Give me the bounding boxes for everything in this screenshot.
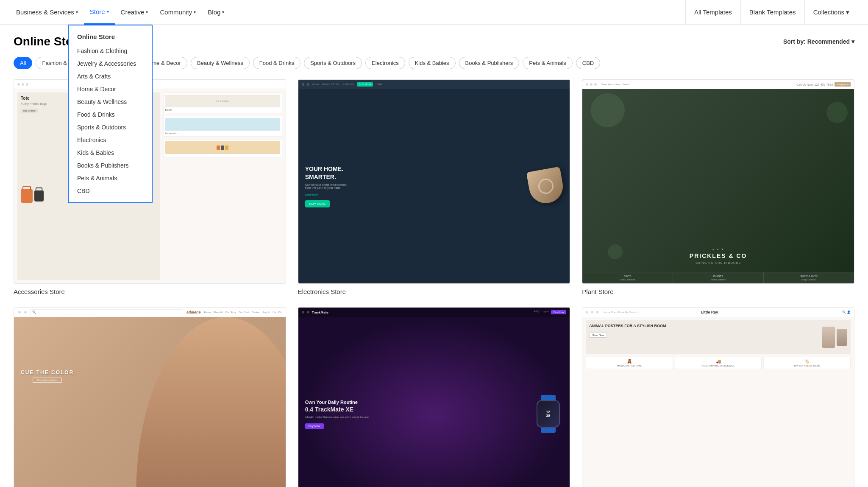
chevron-down-icon: ▾: [222, 10, 224, 14]
circle-2: [826, 102, 848, 123]
nav-left-items: Business & Services ▾ Store ▾ Creative ▾…: [10, 0, 230, 25]
dot-1: [18, 311, 21, 313]
nav-login: Log In: [263, 311, 270, 313]
dropdown-item-books[interactable]: Books & Publishers: [69, 159, 152, 172]
plant-footer-plants: PLANTS Shop Collection: [673, 272, 764, 283]
plant-brand-name: PRICKLES & CO: [690, 252, 747, 259]
store-dropdown: Online Store Fashion & Clothing Jewelry …: [68, 25, 153, 203]
dot-1: [17, 83, 20, 86]
template-name-plant: Plant Store: [582, 288, 854, 295]
plant-footer: CACTI Shop Collection PLANTS Shop Collec…: [582, 272, 854, 283]
plant-decorative-circles: [582, 89, 854, 272]
nav-business-services[interactable]: Business & Services ▾: [10, 0, 84, 25]
product-mini-img-3: [165, 141, 280, 154]
nav-collections[interactable]: Collections ▾: [804, 0, 858, 25]
filter-tab-all[interactable]: All: [14, 57, 32, 69]
dropdown-item-pets[interactable]: Pets & Animals: [69, 172, 152, 185]
template-card-electronics[interactable]: HOME NEWSLETTER SUPPORT BUY NOW CART YOU…: [298, 79, 570, 295]
template-thumb-plant: Shop About Nav1 Contact Call Us Now! 123…: [582, 79, 854, 284]
adalene-nav: Home Shop All Our Story Our Craft Contac…: [204, 311, 281, 313]
template-name-accessories-1: Accessories Store: [14, 288, 286, 295]
baby-feature-3: 🏷️ 15% OFF ON ALL ITEMS: [763, 357, 851, 369]
product-mini-2: I'm a product: [163, 116, 282, 137]
dot-3: [26, 83, 28, 86]
baby-features: 🧸 HANDCRAFTED TOYS 🚚 FREE SHIPPING WORLD…: [586, 357, 851, 369]
dropdown-item-food[interactable]: Food & Drinks: [69, 108, 152, 121]
speaker-product-image: [526, 167, 566, 206]
filter-tab-books[interactable]: Books & Publishers: [459, 57, 520, 69]
template-thumb-baby: Home Shop About Us Contact Little Ray 🔍 …: [582, 307, 854, 487]
dropdown-item-arts[interactable]: Arts & Crafts: [69, 70, 152, 83]
adalene-search-bar: 🔍: [30, 309, 183, 315]
plant-footer-cacti: CACTI Shop Collection: [582, 272, 673, 283]
template-card-accessories-2[interactable]: 🔍 adalene Home Shop All Our Story Our Cr…: [14, 307, 286, 487]
adalene-hero-content: CUE THE COLOR Shop the collection: [14, 317, 286, 487]
template-card-plant[interactable]: Shop About Nav1 Contact Call Us Now! 123…: [582, 79, 854, 295]
plant-footer-succulents: SUCCULENTS Shop Collection: [764, 272, 854, 283]
baby-feature-2: 🚚 FREE SHIPPING WORLDWIDE: [675, 357, 762, 369]
dropdown-item-cbd[interactable]: CBD: [69, 185, 152, 197]
sort-by-value: Recommended: [807, 38, 850, 45]
filter-tab-sports[interactable]: Sports & Outdoors: [304, 57, 362, 69]
baby-shop-btn: Shop Now: [589, 333, 607, 338]
dot-1: [586, 83, 588, 86]
nav-creative[interactable]: Creative ▾: [115, 0, 154, 25]
dropdown-item-fashion[interactable]: Fashion & Clothing: [69, 45, 152, 57]
filter-tab-beauty[interactable]: Beauty & Wellness: [191, 57, 250, 69]
dot-2: [590, 83, 593, 86]
dropdown-item-electronics[interactable]: Electronics: [69, 134, 152, 146]
dot-1: [586, 311, 588, 313]
adalene-headline: CUE THE COLOR: [21, 369, 74, 375]
nav-blank-templates[interactable]: Blank Templates: [740, 0, 804, 25]
baby-product-img-1: [822, 327, 835, 348]
baby-hero: ANIMAL POSTERS FOR A STYLISH ROOM Shop N…: [586, 320, 851, 354]
chevron-down-icon: ▾: [76, 10, 78, 14]
electronics-content: YOUR HOME.SMARTER. Control your home env…: [298, 89, 570, 283]
watch-band-bottom: [541, 428, 556, 433]
dropdown-item-homedecor[interactable]: Home & Decor: [69, 83, 152, 95]
nav-home: HOME: [312, 83, 320, 86]
adalene-shop-btn: Shop the collection: [33, 378, 62, 383]
template-thumb-trackmate: TrackMate FAQ Log In Buy Now Own Your Da…: [298, 307, 570, 487]
top-sellers-badge: Top Sellers: [21, 109, 38, 113]
plant-nav-call: Call Us Now! 123-456-7890: [796, 83, 833, 86]
sort-by-control[interactable]: Sort by: Recommended ▾: [783, 38, 854, 45]
filter-tab-food[interactable]: Food & Drinks: [253, 57, 300, 69]
discount-icon: 🏷️: [765, 359, 849, 364]
dot-2: [24, 311, 27, 313]
nav-community[interactable]: Community ▾: [154, 0, 202, 25]
adalene-browser-bar: 🔍 adalene Home Shop All Our Story Our Cr…: [14, 308, 286, 317]
trackmate-buy-btn: Buy Now: [551, 310, 566, 314]
template-card-trackmate[interactable]: TrackMate FAQ Log In Buy Now Own Your Da…: [298, 307, 570, 487]
baby-nav-home: Home Shop About Us Contact: [604, 311, 637, 313]
dropdown-item-kids[interactable]: Kids & Babies: [69, 146, 152, 159]
product-mini-img-2: [165, 118, 280, 131]
plant-logo-icon: ✦ ✦ ✦: [712, 248, 724, 251]
chevron-down-icon: ▾: [146, 10, 148, 14]
products-section: I'm a product $15.00 I'm a product: [163, 92, 282, 280]
chevron-down-icon: ▾: [194, 10, 196, 14]
dropdown-item-jewelry[interactable]: Jewelry & Accessories: [69, 57, 152, 70]
template-card-baby[interactable]: Home Shop About Us Contact Little Ray 🔍 …: [582, 307, 854, 487]
template-thumb-adalene: 🔍 adalene Home Shop All Our Story Our Cr…: [14, 307, 286, 487]
filter-tab-electronics[interactable]: Electronics: [365, 57, 405, 69]
dropdown-item-sports[interactable]: Sports & Outdoors: [69, 121, 152, 134]
dot-2: [22, 83, 24, 86]
circle-1: [591, 93, 625, 127]
plant-footer-cacti-link: Shop Collection: [585, 278, 670, 281]
nav-store[interactable]: Store ▾: [84, 0, 115, 25]
baby-brand: Little Ray: [701, 310, 718, 314]
filter-tab-cbd[interactable]: CBD: [576, 57, 600, 69]
filter-tab-kids[interactable]: Kids & Babies: [409, 57, 456, 69]
nav-story: Our Story: [225, 311, 236, 313]
baby-product-img-2: [837, 329, 847, 346]
nav-blog[interactable]: Blog ▾: [202, 0, 230, 25]
plant-nav-shop: Shop About Nav1 Contact: [601, 83, 630, 86]
baby-feature-2-label: FREE SHIPPING WORLDWIDE: [677, 364, 760, 367]
plant-footer-cacti-label: CACTI: [585, 275, 670, 277]
handcraft-icon: 🧸: [588, 359, 671, 364]
nav-all-templates[interactable]: All Templates: [685, 0, 740, 25]
filter-tab-pets[interactable]: Pets & Animals: [523, 57, 572, 69]
nav-contact: Contact: [252, 311, 261, 313]
dropdown-item-beauty[interactable]: Beauty & Wellness: [69, 95, 152, 108]
